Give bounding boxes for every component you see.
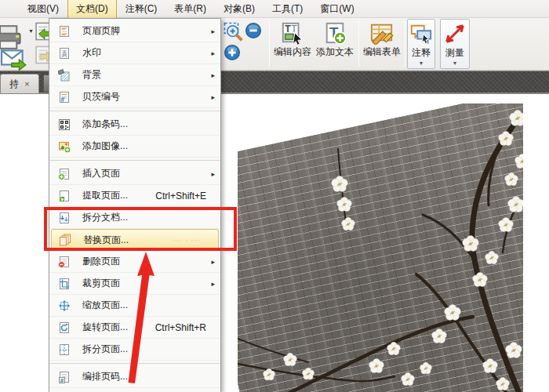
menu-item-rotate-pages[interactable]: 旋转页面...Ctrl+Shift+R [49, 317, 220, 339]
menubar-item-3[interactable]: 注释(C) [117, 0, 166, 19]
comment-button[interactable]: 注释▼ [407, 19, 435, 69]
menu-item-label: 拆分文档... [82, 211, 128, 224]
menu-item-label: 删除页面 [82, 255, 120, 268]
edit-content-button[interactable]: TT编辑内容 [271, 19, 314, 69]
extract-pages-icon [58, 190, 71, 202]
menu-item-label: 插入页面 [82, 167, 120, 180]
measure-button[interactable]: 测量▼ [440, 19, 470, 69]
menu-item-dots: ··· · ··· [173, 236, 212, 244]
submenu-arrow-icon: ▸ [211, 71, 215, 79]
split-pages-icon [58, 343, 71, 356]
blossom-branches-art [238, 103, 523, 392]
watermark-icon: A [58, 47, 71, 60]
menu-item-label: 水印 [82, 46, 101, 60]
toolbar-separator [358, 21, 359, 67]
menu-group-separator [49, 361, 220, 364]
menubar-item-7[interactable]: 窗口(W) [311, 0, 362, 19]
menu-item-label: 贝茨编号 [82, 90, 120, 103]
comment-icon [409, 22, 433, 45]
toolbar-button-label: 注释 [412, 46, 431, 60]
printer-dropdown-arrow-icon[interactable]: ▼ [28, 28, 34, 34]
menu-item-shortcut: Ctrl+Shift+R [155, 322, 214, 333]
svg-text:T: T [291, 24, 297, 34]
email-button[interactable] [1, 45, 27, 66]
crop-pages-icon [58, 278, 71, 290]
chevron-down-icon: ▼ [419, 61, 424, 66]
zoom-out-button[interactable] [245, 22, 262, 39]
menubar-item-1[interactable]: 视图(V) [19, 0, 67, 19]
bates-number-icon: # [58, 91, 71, 103]
submenu-arrow-icon: ▸ [211, 49, 215, 57]
submenu-arrow-icon: ▸ [211, 258, 215, 266]
menubar: 视图(V)文档(D)注释(C)表单(R)对象(B)工具(T)窗口(W) [0, 0, 549, 18]
replace-pages-icon [59, 234, 71, 246]
toolbar-button-label: 测量 [445, 46, 464, 60]
add-image-icon [58, 140, 71, 153]
printer-button[interactable] [0, 24, 27, 42]
toolbar-separator [405, 21, 405, 67]
menu-item-watermark[interactable]: A水印▸ [49, 42, 220, 64]
menu-item-delete-pages[interactable]: 删除页面▸ [49, 251, 220, 273]
marquee-zoom-icon [223, 21, 243, 42]
svg-text:#: # [61, 96, 65, 103]
menubar-item-2[interactable]: 文档(D) [67, 0, 117, 19]
menu-item-insert-pages[interactable]: 插入页面▸ [49, 163, 220, 185]
menu-item-label: 添加条码... [82, 118, 128, 131]
menu-item-extract-pages[interactable]: 提取页面...Ctrl+Shift+E [49, 185, 220, 207]
email-icon [1, 45, 27, 72]
svg-text:#: # [60, 376, 64, 383]
toolbar-button-label: 添加文本 [316, 45, 354, 59]
menu-item-barcode[interactable]: 添加条码... [49, 114, 220, 136]
toolbar-button-label: 编辑表单 [363, 45, 401, 59]
background-icon [58, 69, 71, 82]
zoom-out-icon [245, 22, 262, 39]
submenu-arrow-icon: ▸ [211, 93, 215, 101]
menu-item-bates-number[interactable]: #贝茨编号▸ [49, 86, 220, 108]
menu-item-label: 背景 [82, 68, 101, 82]
submenu-arrow-icon: ▸ [211, 27, 215, 35]
toolbar-button-label: 编辑内容 [274, 45, 311, 59]
document-tab[interactable]: 持 × [0, 74, 39, 93]
zoom-in-icon [224, 44, 241, 61]
menu-group-separator [49, 108, 220, 111]
scale-pages-icon [58, 299, 71, 312]
chevron-down-icon: ▼ [453, 61, 458, 66]
menu-item-shortcut: Ctrl+Shift+E [155, 191, 214, 201]
submenu-arrow-icon: ▸ [211, 170, 215, 178]
menu-item-split-pages[interactable]: 拆分页面... [49, 339, 220, 361]
document-dropdown-menu: 页眉页脚▸A水印▸背景▸#贝茨编号▸添加条码...添加图像...插入页面▸提取页… [49, 18, 221, 392]
zoom-in-button[interactable] [224, 44, 241, 61]
menubar-item-5[interactable]: 对象(B) [215, 0, 264, 19]
toolbar-separator [269, 21, 270, 67]
menu-item-scale-pages[interactable]: 缩放页面... [49, 295, 220, 317]
menu-item-crop-pages[interactable]: 裁剪页面▸ [49, 273, 220, 295]
menu-item-label: 页眉页脚 [82, 24, 120, 38]
menu-item-label: 提取页面... [82, 189, 128, 202]
tab-close-icon[interactable]: × [24, 79, 29, 89]
menubar-item-6[interactable]: 工具(T) [264, 0, 311, 19]
menu-item-add-image[interactable]: 添加图像... [49, 136, 220, 158]
menu-item-number-pages[interactable]: #编排页码... [49, 366, 220, 388]
svg-text:T: T [285, 24, 291, 34]
pdf-editor-window: { "colors":{"annotation_red":"#e8261d","… [0, 0, 549, 392]
menu-item-label: 拆分页面... [82, 343, 128, 356]
menu-item-label: 裁剪页面 [82, 277, 120, 290]
menu-item-replace-pages[interactable]: 替换页面...··· · ··· [51, 229, 219, 251]
edit-form-button[interactable]: 编辑表单 [361, 19, 403, 69]
menubar-item-4[interactable]: 表单(R) [165, 0, 215, 19]
menu-item-label: 编排页码... [82, 370, 128, 383]
menu-item-label: 添加图像... [82, 140, 128, 153]
measure-icon [443, 22, 467, 45]
menu-item-label: 旋转页面... [82, 321, 128, 334]
edit-form-icon [370, 21, 394, 45]
rotate-pages-icon [58, 321, 71, 334]
split-doc-icon [58, 212, 71, 224]
add-text-button[interactable]: T添加文本 [314, 19, 356, 69]
menu-item-background[interactable]: 背景▸ [49, 64, 220, 86]
marquee-zoom-button[interactable] [223, 21, 243, 42]
menu-item-header-footer[interactable]: 页眉页脚▸ [49, 20, 220, 42]
plum-blossom-photo [238, 103, 523, 392]
add-text-icon: T [323, 21, 347, 45]
menu-item-split-doc[interactable]: 拆分文档... [49, 207, 220, 229]
number-pages-icon: # [58, 371, 71, 383]
